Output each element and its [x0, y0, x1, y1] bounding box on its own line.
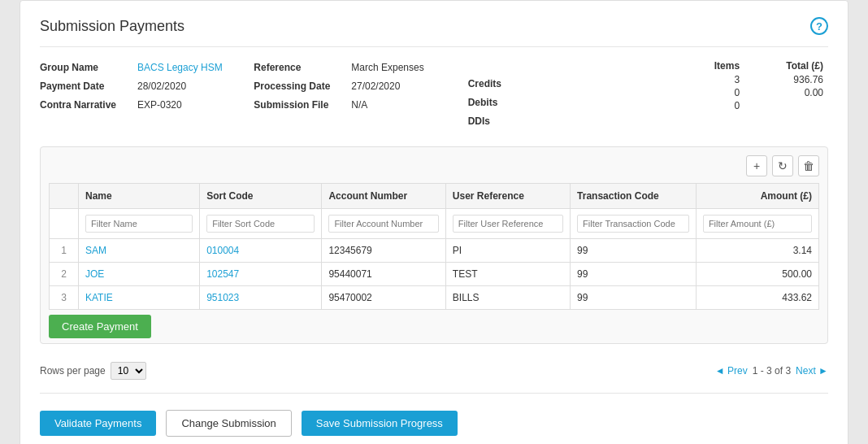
- credits-row: 3 936.76: [682, 73, 828, 86]
- table-row: 1 SAM 010004 12345679 PI 99 3.14: [50, 238, 819, 262]
- filter-amount-input[interactable]: [703, 215, 812, 233]
- cell-num: 3: [50, 285, 79, 309]
- rows-per-page-label: Rows per page: [40, 365, 106, 377]
- reference-value: March Expenses: [351, 60, 423, 76]
- filter-account-number-cell: [322, 208, 445, 238]
- validate-payments-button[interactable]: Validate Payments: [40, 411, 156, 436]
- cell-account-number: 95470002: [322, 285, 445, 309]
- filter-sort-code-input[interactable]: [206, 215, 315, 233]
- footer-actions: Validate Payments Change Submission Save…: [40, 410, 828, 437]
- refresh-button[interactable]: ↻: [772, 155, 793, 176]
- total-header: Total (£): [744, 60, 828, 73]
- cell-amount: 433.62: [696, 285, 818, 309]
- debits-row: 0 0.00: [682, 86, 828, 99]
- info-section: Group Name BACS Legacy HSM Payment Date …: [40, 60, 828, 133]
- rows-per-page-section: Rows per page 10 25 50: [40, 362, 146, 380]
- col-user-reference: User Reference: [445, 183, 570, 208]
- processing-date-label: Processing Date: [254, 79, 351, 94]
- add-row-button[interactable]: +: [746, 155, 767, 176]
- pagination-row: Rows per page 10 25 50 ◄ Prev 1 - 3 of 3…: [40, 355, 828, 381]
- filter-amount-cell: [696, 208, 818, 238]
- cell-sort-code[interactable]: 010004: [200, 238, 322, 262]
- credits-label-row: Credits: [468, 76, 682, 92]
- rows-per-page-select[interactable]: 10 25 50: [111, 362, 146, 380]
- submission-file-label: Submission File: [254, 98, 351, 113]
- cell-sort-code[interactable]: 102547: [200, 262, 322, 285]
- credits-items: 3: [682, 73, 744, 86]
- col-transaction-code: Transaction Code: [571, 183, 697, 208]
- cell-account-number: 12345679: [322, 238, 445, 262]
- prev-button[interactable]: ◄ Prev: [715, 365, 748, 377]
- credits-label: Credits: [468, 76, 566, 92]
- cell-name[interactable]: SAM: [79, 238, 200, 262]
- submission-file-value: N/A: [351, 98, 367, 113]
- contra-narrative-row: Contra Narrative EXP-0320: [40, 98, 254, 113]
- payment-date-value: 28/02/2020: [137, 79, 186, 94]
- filter-row: [50, 208, 819, 238]
- reference-label: Reference: [254, 60, 351, 76]
- filter-user-reference-cell: [445, 208, 570, 238]
- info-group-mid: Reference March Expenses Processing Date…: [254, 60, 467, 133]
- change-submission-button[interactable]: Change Submission: [166, 410, 291, 437]
- ddis-label: DDIs: [468, 114, 566, 129]
- items-header: Items: [682, 60, 744, 73]
- table-row: 2 JOE 102547 95440071 TEST 99 500.00: [50, 262, 819, 285]
- cell-name[interactable]: JOE: [79, 262, 200, 285]
- delete-button[interactable]: 🗑: [798, 155, 819, 176]
- table-container: + ↻ 🗑 Name Sort Code Account Number User…: [40, 146, 828, 344]
- cell-name[interactable]: KATIE: [79, 285, 200, 309]
- cell-amount: 3.14: [696, 238, 818, 262]
- debits-label: Debits: [468, 95, 566, 111]
- card-header: Submission Payments ?: [40, 17, 828, 47]
- reference-row: Reference March Expenses: [254, 60, 467, 76]
- filter-num-cell: [50, 208, 79, 238]
- submission-file-row: Submission File N/A: [254, 98, 467, 113]
- cell-user-reference: TEST: [445, 262, 570, 285]
- filter-transaction-code-input[interactable]: [577, 215, 689, 233]
- group-name-label: Group Name: [40, 60, 137, 76]
- cell-user-reference: PI: [445, 238, 570, 262]
- cell-sort-code[interactable]: 951023: [200, 285, 322, 309]
- debits-label-row: Debits: [468, 95, 682, 111]
- payment-date-row: Payment Date 28/02/2020: [40, 79, 254, 94]
- filter-account-number-input[interactable]: [328, 215, 438, 233]
- processing-date-row: Processing Date 27/02/2020: [254, 79, 467, 94]
- page-info: 1 - 3 of 3: [753, 365, 791, 377]
- group-name-value[interactable]: BACS Legacy HSM: [137, 60, 223, 76]
- col-sort-code: Sort Code: [200, 183, 322, 208]
- create-payment-button[interactable]: Create Payment: [49, 315, 151, 338]
- processing-date-value: 27/02/2020: [351, 79, 400, 94]
- payment-date-label: Payment Date: [40, 79, 137, 94]
- cell-account-number: 95440071: [322, 262, 445, 285]
- table-row: 3 KATIE 951023 95470002 BILLS 99 433.62: [50, 285, 819, 309]
- cell-amount: 500.00: [696, 262, 818, 285]
- cell-user-reference: BILLS: [445, 285, 570, 309]
- cell-num: 2: [50, 262, 79, 285]
- col-amount: Amount (£): [696, 183, 818, 208]
- save-submission-button[interactable]: Save Submission Progress: [302, 411, 458, 436]
- footer-divider: [40, 393, 828, 394]
- table-header-row: Name Sort Code Account Number User Refer…: [50, 183, 819, 208]
- ddis-items: 0: [682, 99, 744, 112]
- filter-transaction-code-cell: [571, 208, 697, 238]
- ddis-row: 0: [682, 99, 828, 112]
- table-toolbar: + ↻ 🗑: [49, 155, 819, 176]
- filter-name-input[interactable]: [85, 215, 193, 233]
- debits-total: 0.00: [744, 86, 828, 99]
- credits-total: 936.76: [744, 73, 828, 86]
- info-group-stats-label: Credits Debits DDIs: [468, 60, 682, 133]
- col-account-number: Account Number: [322, 183, 445, 208]
- filter-name-cell: [79, 208, 200, 238]
- cell-transaction-code: 99: [571, 262, 697, 285]
- debits-items: 0: [682, 86, 744, 99]
- page-title: Submission Payments: [40, 18, 184, 35]
- contra-narrative-label: Contra Narrative: [40, 98, 137, 113]
- help-icon[interactable]: ?: [810, 17, 828, 35]
- info-group-left: Group Name BACS Legacy HSM Payment Date …: [40, 60, 254, 133]
- pagination-nav: ◄ Prev 1 - 3 of 3 Next ►: [715, 365, 828, 377]
- filter-user-reference-input[interactable]: [453, 215, 563, 233]
- next-button[interactable]: Next ►: [796, 365, 828, 377]
- group-name-row: Group Name BACS Legacy HSM: [40, 60, 254, 76]
- contra-narrative-value: EXP-0320: [137, 98, 182, 113]
- cell-transaction-code: 99: [571, 285, 697, 309]
